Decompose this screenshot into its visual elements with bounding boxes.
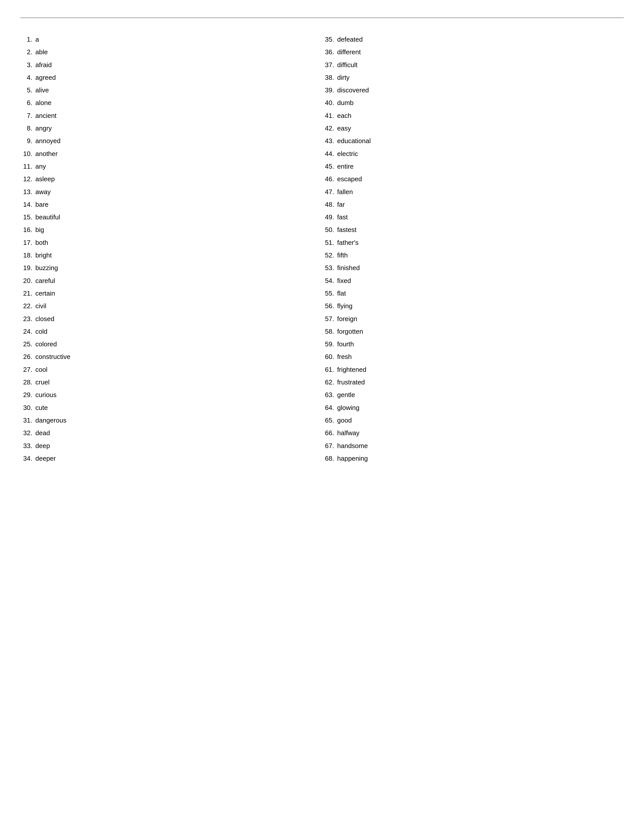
item-word: deeper	[35, 453, 56, 463]
item-number: 13.	[20, 187, 35, 197]
item-number: 56.	[322, 301, 337, 311]
item-word: dirty	[337, 72, 349, 82]
item-number: 19.	[20, 263, 35, 273]
item-number: 46.	[322, 174, 337, 184]
list-item: 67.handsome	[322, 439, 624, 452]
list-item: 17.both	[20, 236, 322, 249]
list-item: 45.entire	[322, 160, 624, 173]
item-word: fixed	[337, 276, 351, 286]
item-number: 49.	[322, 212, 337, 222]
item-number: 30.	[20, 403, 35, 413]
list-item: 7.ancient	[20, 109, 322, 122]
list-item: 12.asleep	[20, 173, 322, 185]
list-item: 6.alone	[20, 96, 322, 109]
item-word: dangerous	[35, 415, 66, 425]
item-number: 48.	[322, 199, 337, 209]
item-word: alone	[35, 98, 52, 108]
item-word: both	[35, 238, 48, 248]
item-number: 3.	[20, 60, 35, 70]
list-item: 66.halfway	[322, 426, 624, 439]
item-word: foreign	[337, 314, 357, 324]
item-word: dumb	[337, 98, 354, 108]
list-item: 58.forgotten	[322, 325, 624, 338]
item-number: 63.	[322, 390, 337, 400]
item-word: fourth	[337, 339, 354, 349]
item-number: 33.	[20, 441, 35, 451]
list-item: 42.easy	[322, 122, 624, 135]
item-word: bright	[35, 250, 52, 260]
item-number: 60.	[322, 352, 337, 362]
item-word: annoyed	[35, 136, 61, 146]
item-word: forgotten	[337, 326, 363, 336]
list-item: 34.deeper	[20, 452, 322, 465]
item-word: flying	[337, 301, 353, 311]
item-word: away	[35, 187, 51, 197]
item-word: big	[35, 225, 44, 235]
item-word: happening	[337, 453, 368, 463]
item-number: 61.	[322, 365, 337, 375]
item-number: 42.	[322, 123, 337, 133]
item-number: 4.	[20, 72, 35, 82]
item-number: 54.	[322, 276, 337, 286]
item-word: educational	[337, 136, 371, 146]
list-item: 26.constructive	[20, 351, 322, 363]
list-item: 59.fourth	[322, 338, 624, 351]
item-number: 26.	[20, 352, 35, 362]
list-item: 65.good	[322, 414, 624, 426]
list-item: 40.dumb	[322, 96, 624, 109]
item-word: afraid	[35, 60, 52, 70]
list-item: 24.cold	[20, 325, 322, 338]
item-number: 9.	[20, 136, 35, 146]
list-item: 57.foreign	[322, 312, 624, 325]
list-item: 36.different	[322, 46, 624, 58]
list-item: 27.cool	[20, 363, 322, 376]
item-number: 25.	[20, 339, 35, 349]
item-number: 10.	[20, 149, 35, 159]
list-item: 31.dangerous	[20, 414, 322, 426]
item-number: 11.	[20, 161, 35, 171]
left-column: 1.a2.able3.afraid4.agreed5.alive6.alone7…	[20, 33, 322, 465]
list-item: 60.fresh	[322, 351, 624, 363]
item-word: fastest	[337, 225, 357, 235]
item-number: 1.	[20, 34, 35, 44]
list-item: 18.bright	[20, 249, 322, 262]
list-item: 51.father's	[322, 236, 624, 249]
list-item: 25.colored	[20, 338, 322, 351]
item-word: each	[337, 111, 351, 121]
item-word: discovered	[337, 85, 369, 95]
list-item: 53.finished	[322, 262, 624, 274]
item-number: 65.	[322, 415, 337, 425]
list-item: 28.cruel	[20, 376, 322, 389]
list-item: 44.electric	[322, 148, 624, 160]
item-word: handsome	[337, 441, 368, 451]
item-word: escaped	[337, 174, 362, 184]
item-number: 29.	[20, 390, 35, 400]
item-number: 15.	[20, 212, 35, 222]
item-word: fast	[337, 212, 348, 222]
item-number: 51.	[322, 238, 337, 248]
item-word: cool	[35, 365, 47, 375]
list-item: 62.frustrated	[322, 376, 624, 389]
item-number: 18.	[20, 250, 35, 260]
item-word: far	[337, 199, 345, 209]
list-item: 16.big	[20, 224, 322, 236]
item-number: 22.	[20, 301, 35, 311]
item-number: 68.	[322, 453, 337, 463]
item-number: 6.	[20, 98, 35, 108]
list-item: 38.dirty	[322, 71, 624, 84]
list-item: 56.flying	[322, 300, 624, 312]
list-item: 32.dead	[20, 426, 322, 439]
item-word: certain	[35, 288, 55, 298]
item-word: ancient	[35, 111, 56, 121]
item-number: 8.	[20, 123, 35, 133]
item-word: gentle	[337, 390, 355, 400]
item-number: 53.	[322, 263, 337, 273]
list-item: 55.flat	[322, 287, 624, 300]
item-word: flat	[337, 288, 346, 298]
item-number: 23.	[20, 314, 35, 324]
item-number: 2.	[20, 47, 35, 57]
item-word: defeated	[337, 34, 363, 44]
item-word: frustrated	[337, 377, 365, 387]
item-number: 28.	[20, 377, 35, 387]
list-item: 11.any	[20, 160, 322, 173]
